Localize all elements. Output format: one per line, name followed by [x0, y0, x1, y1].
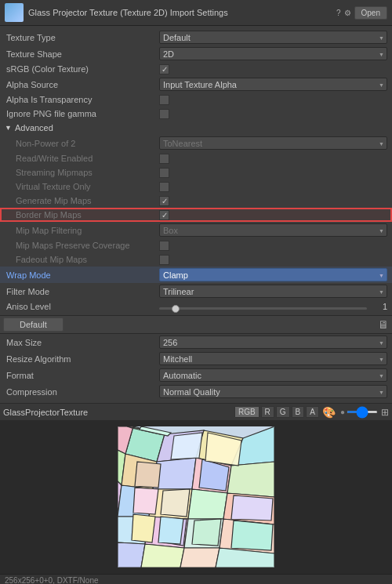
monitor-icon: 🖥	[378, 318, 389, 331]
texture-type-value: Default	[159, 31, 387, 44]
texture-type-label: Texture Type	[6, 33, 159, 42]
a-channel-btn[interactable]: A	[306, 406, 319, 418]
window-title: Glass Projector Texture (Texture 2D) Imp…	[28, 8, 332, 17]
alpha-source-value: Input Texture Alpha	[159, 78, 387, 91]
resize-row: Resize Algorithm Mitchell	[0, 350, 392, 367]
alpha-source-dropdown[interactable]: Input Texture Alpha	[159, 78, 387, 91]
g-channel-btn[interactable]: G	[276, 406, 290, 418]
texture-shape-label: Texture Shape	[6, 49, 159, 59]
compression-dropdown-wrapper: Normal Quality	[159, 385, 387, 398]
svg-marker-31	[231, 521, 273, 550]
fadeout-mip-label: Fadeout Mip Maps	[16, 255, 159, 264]
texture-preview	[118, 426, 274, 568]
mip-filter-dropdown-wrapper: Box	[159, 223, 387, 237]
border-mip-row: Border Mip Maps	[0, 208, 392, 222]
compression-dropdown[interactable]: Normal Quality	[159, 385, 387, 398]
alpha-transparency-checkbox[interactable]	[159, 95, 169, 105]
advanced-section-header[interactable]: ▼ Advanced	[0, 121, 392, 135]
svg-marker-33	[158, 517, 183, 544]
texture-shape-value: 2D	[159, 47, 387, 60]
compression-value: Normal Quality	[159, 385, 387, 398]
svg-marker-24	[135, 462, 161, 488]
generate-mip-label: Generate Mip Maps	[16, 196, 159, 205]
r-channel-btn[interactable]: R	[261, 406, 274, 418]
non-power-value: ToNearest	[159, 136, 387, 150]
ignore-png-checkbox[interactable]	[159, 109, 169, 119]
texture-type-dropdown-wrapper: Default	[159, 31, 387, 44]
aniso-slider-track	[159, 302, 367, 311]
mip-filter-value: Box	[159, 223, 387, 237]
preview-slider-min: ●	[340, 408, 345, 416]
generate-mip-checkbox[interactable]	[159, 196, 169, 206]
max-size-label: Max Size	[6, 338, 159, 347]
help-icon[interactable]: ?	[336, 9, 341, 17]
texture-shape-dropdown[interactable]: 2D	[159, 47, 387, 60]
texture-type-row: Texture Type Default	[0, 29, 392, 45]
max-size-dropdown[interactable]: 256	[159, 336, 387, 349]
mip-filter-label: Mip Map Filtering	[16, 226, 159, 235]
wrap-mode-dropdown[interactable]: Clamp	[159, 268, 387, 281]
srgb-row: sRGB (Color Texture)	[0, 62, 392, 76]
ignore-png-value	[159, 109, 387, 119]
compression-row: Compression Normal Quality	[0, 383, 392, 400]
preview-extra-icon[interactable]: ⊞	[381, 407, 389, 418]
streaming-mipmaps-value	[159, 168, 387, 178]
mip-coverage-label: Mip Maps Preserve Coverage	[16, 241, 159, 250]
max-size-row: Max Size 256	[0, 334, 392, 350]
resize-dropdown[interactable]: Mitchell	[159, 352, 387, 365]
filter-mode-dropdown-wrapper: Trilinear	[159, 285, 387, 298]
mip-coverage-checkbox[interactable]	[159, 241, 169, 251]
non-power-label: Non-Power of 2	[16, 139, 159, 148]
texture-type-dropdown[interactable]: Default	[159, 31, 387, 44]
settings-area: Texture Type Default Texture Shape 2D	[0, 26, 392, 403]
filter-mode-dropdown[interactable]: Trilinear	[159, 285, 387, 298]
svg-marker-14	[188, 489, 227, 519]
aniso-number: 1	[372, 302, 387, 311]
svg-marker-21	[141, 544, 184, 568]
color-picker-icon[interactable]: 🎨	[322, 406, 336, 419]
alpha-source-dropdown-wrapper: Input Texture Alpha	[159, 78, 387, 91]
read-write-checkbox[interactable]	[159, 154, 169, 164]
srgb-value	[159, 64, 387, 74]
filter-mode-row: Filter Mode Trilinear	[0, 283, 392, 299]
b-channel-btn[interactable]: B	[292, 406, 305, 418]
mip-filter-dropdown[interactable]: Box	[159, 223, 387, 237]
fadeout-mip-row: Fadeout Mip Maps	[0, 252, 392, 267]
format-label: Format	[6, 371, 159, 380]
svg-marker-22	[180, 548, 220, 568]
alpha-source-label: Alpha Source	[6, 80, 159, 89]
generate-mip-value	[159, 196, 387, 206]
streaming-mipmaps-checkbox[interactable]	[159, 168, 169, 178]
preview-bar: GlassProjectorTexture RGB R G B A 🎨 ● ⊞	[0, 403, 392, 420]
aniso-slider[interactable]	[159, 307, 367, 310]
format-dropdown[interactable]: Automatic	[159, 368, 387, 382]
platform-bar: Default 🖥	[0, 315, 392, 334]
fadeout-mip-checkbox[interactable]	[159, 255, 169, 265]
wrap-mode-value: Clamp	[159, 268, 387, 281]
texture-shape-dropdown-wrapper: 2D	[159, 47, 387, 60]
non-power-dropdown[interactable]: ToNearest	[159, 136, 387, 150]
aniso-value: 1	[159, 302, 387, 311]
compression-label: Compression	[6, 387, 159, 397]
fadeout-mip-value	[159, 255, 387, 265]
border-mip-checkbox[interactable]	[159, 210, 169, 220]
alpha-transparency-label: Alpha Is Transparency	[6, 95, 159, 104]
border-mip-value	[159, 210, 387, 220]
open-button[interactable]: Open	[354, 6, 387, 20]
svg-marker-32	[132, 514, 155, 542]
wrap-mode-row: Wrap Mode Clamp	[0, 267, 392, 283]
srgb-checkbox[interactable]	[159, 64, 169, 74]
settings-icon[interactable]: ⚙	[344, 9, 351, 17]
preview-exposure-slider[interactable]	[347, 411, 378, 413]
filter-mode-value: Trilinear	[159, 285, 387, 298]
default-platform-tab[interactable]: Default	[3, 317, 64, 332]
svg-marker-28	[192, 519, 221, 546]
alpha-transparency-row: Alpha Is Transparency	[0, 92, 392, 107]
virtual-texture-checkbox[interactable]	[159, 182, 169, 192]
filter-mode-label: Filter Mode	[6, 287, 159, 296]
format-value: Automatic	[159, 368, 387, 382]
alpha-source-row: Alpha Source Input Texture Alpha	[0, 76, 392, 92]
rgb-channel-btn[interactable]: RGB	[234, 406, 260, 418]
texture-icon	[5, 3, 24, 22]
mip-filter-row: Mip Map Filtering Box	[0, 222, 392, 238]
